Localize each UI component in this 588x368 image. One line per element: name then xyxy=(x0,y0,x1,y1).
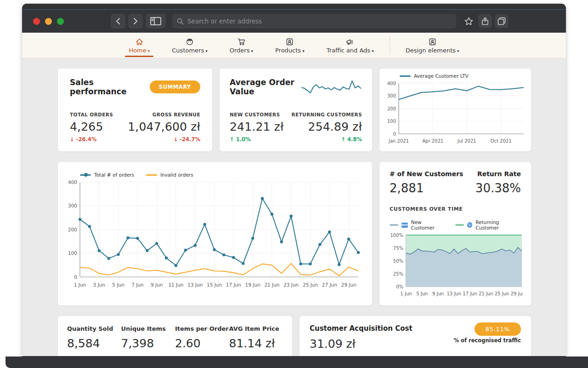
orders-legend: Total # of orders Invalid orders xyxy=(80,172,367,178)
stat-label: Return Rate xyxy=(475,170,521,178)
svg-text:13 Jun: 13 Jun xyxy=(447,291,462,296)
svg-text:27 Jun: 27 Jun xyxy=(322,282,337,288)
svg-text:1 Jun: 1 Jun xyxy=(74,282,86,288)
stat-label: RETURNING CUSTOMERS xyxy=(291,112,362,117)
megaphone-icon xyxy=(346,37,354,46)
stat-value: 81.14 zł xyxy=(229,337,283,350)
search-input[interactable] xyxy=(187,17,452,25)
svg-text:23 Jun: 23 Jun xyxy=(283,282,299,288)
window-bottom-edge xyxy=(6,356,588,368)
svg-text:19 Jun: 19 Jun xyxy=(245,282,260,288)
svg-text:29 Jun: 29 Jun xyxy=(511,291,523,296)
summary-button[interactable]: SUMMARY xyxy=(150,80,200,93)
svg-text:Apr 2021: Apr 2021 xyxy=(422,138,443,144)
address-bar[interactable] xyxy=(172,14,456,29)
items-stats-card: Quantity Sold 8,584 Unique Items 7,398 I… xyxy=(58,316,292,356)
refresh-icon: ↻ xyxy=(467,222,472,228)
chevron-down-icon: ▾ xyxy=(372,49,374,53)
ltv-line-chart: 0100200300400Jan 2021Apr 2021Jul 2021Oct… xyxy=(383,80,528,145)
nav-item-orders[interactable]: Orders▾ xyxy=(219,33,264,58)
customers-legend: NEW New Customer ↻ Returning Customer xyxy=(390,219,521,230)
close-window-button[interactable] xyxy=(33,18,40,25)
bookmark-button[interactable] xyxy=(462,14,475,28)
share-button[interactable] xyxy=(478,14,492,28)
legend-item-returning-customer: ↻ Returning Customer xyxy=(455,219,521,230)
svg-text:13 Jun: 13 Jun xyxy=(187,282,203,288)
nav-label: Home▾ xyxy=(129,47,150,54)
back-button[interactable] xyxy=(111,14,125,29)
gross-revenue-stat: GROSS REVENUE 1,047,600 zł ↓ -24.7% xyxy=(128,112,200,143)
tabs-button[interactable] xyxy=(495,14,509,28)
sidebar-toggle-button[interactable] xyxy=(146,14,166,29)
cac-stat: Customer Acquisition Cost 31.09 zł 250 xyxy=(310,324,413,356)
chevron-left-icon xyxy=(116,17,120,25)
svg-text:200: 200 xyxy=(387,106,396,111)
unique-items-stat: Unique Items 7,398 xyxy=(121,325,175,350)
nav-item-customers[interactable]: Customers▾ xyxy=(161,33,218,58)
minimize-window-button[interactable] xyxy=(45,18,52,25)
maximize-window-button[interactable] xyxy=(57,18,64,25)
svg-text:15 Jun: 15 Jun xyxy=(207,282,222,288)
customers-icon xyxy=(186,37,193,46)
orders-chart-card: Total # of orders Invalid orders 0100200… xyxy=(58,162,372,305)
stat-delta: ↓ -26.4% xyxy=(70,136,113,143)
recognised-traffic-stat: 85.11% % of recognised traffic xyxy=(454,324,521,344)
design-elements-icon xyxy=(429,37,436,46)
share-icon xyxy=(481,17,489,25)
line-swatch-icon xyxy=(455,224,464,226)
nav-label: Design elements▾ xyxy=(406,47,459,54)
stat-value: 2.60 xyxy=(175,337,229,350)
svg-text:29 Jun: 29 Jun xyxy=(341,282,356,288)
search-icon xyxy=(177,18,184,25)
ltv-legend: Average Customer LTV xyxy=(400,73,528,79)
svg-text:3 Jun: 3 Jun xyxy=(93,282,105,288)
svg-text:100%: 100% xyxy=(390,233,403,238)
svg-text:5 Jun: 5 Jun xyxy=(112,282,124,288)
nav-item-traffic-and-ads[interactable]: Traffic and Ads▾ xyxy=(316,33,385,58)
svg-text:7 Jun: 7 Jun xyxy=(131,282,143,288)
line-swatch-icon xyxy=(146,174,157,176)
svg-text:9 Jun: 9 Jun xyxy=(151,282,163,288)
stat-value: 241.21 zł xyxy=(230,120,283,133)
stat-value: 254.89 zł xyxy=(291,120,362,133)
sidebar-icon xyxy=(150,17,161,25)
legend-label: Invalid orders xyxy=(160,172,193,178)
svg-text:50%: 50% xyxy=(393,259,403,264)
svg-text:25 Jun: 25 Jun xyxy=(495,291,509,296)
return-rate-stat: Return Rate 30.38% xyxy=(475,170,521,195)
svg-text:21 Jun: 21 Jun xyxy=(479,291,493,296)
stat-label: NEW CUSTOMERS xyxy=(230,112,283,117)
badge-caption: % of recognised traffic xyxy=(454,337,521,344)
svg-text:Jan 2021: Jan 2021 xyxy=(388,138,409,144)
traffic-lights xyxy=(33,18,64,25)
forward-button[interactable] xyxy=(128,14,143,29)
card-title: Sales performance xyxy=(70,78,150,96)
chevron-down-icon: ▾ xyxy=(302,49,305,53)
chevron-down-icon: ▾ xyxy=(251,49,253,53)
card-title: Customer Acquisition Cost xyxy=(310,324,413,333)
svg-text:1 Jun: 1 Jun xyxy=(400,291,412,296)
home-icon xyxy=(136,37,143,46)
svg-text:21 Jun: 21 Jun xyxy=(264,282,279,288)
total-orders-stat: TOTAL ORDERS 4,265 ↓ -26.4% xyxy=(70,112,113,143)
nav-item-products[interactable]: Products▾ xyxy=(264,33,316,58)
svg-text:100: 100 xyxy=(68,250,77,256)
nav-item-design-elements[interactable]: Design elements▾ xyxy=(395,33,470,58)
svg-text:300: 300 xyxy=(68,203,77,208)
nav-item-home[interactable]: Home▾ xyxy=(118,33,161,58)
nav-divider xyxy=(390,36,390,54)
legend-label: Total # of orders xyxy=(94,172,134,178)
quantity-sold-stat: Quantity Sold 8,584 xyxy=(67,325,121,350)
nav-label: Traffic and Ads▾ xyxy=(327,47,374,54)
customers-over-time-label: CUSTOMERS OVER TIME xyxy=(390,206,521,212)
main-nav: Home▾ Customers▾ Orders▾ xyxy=(22,33,566,58)
svg-text:Jul 2021: Jul 2021 xyxy=(457,138,476,144)
svg-text:17 Jun: 17 Jun xyxy=(463,291,477,296)
svg-text:300: 300 xyxy=(387,93,396,98)
nav-label: Customers▾ xyxy=(172,47,207,54)
stat-label: Unique Items xyxy=(121,325,175,332)
stat-delta: ↓ -24.7% xyxy=(128,136,200,143)
tabs-icon xyxy=(498,17,506,25)
toolbar-right-icons xyxy=(462,14,509,28)
arrow-down-icon: ↓ xyxy=(174,136,178,143)
